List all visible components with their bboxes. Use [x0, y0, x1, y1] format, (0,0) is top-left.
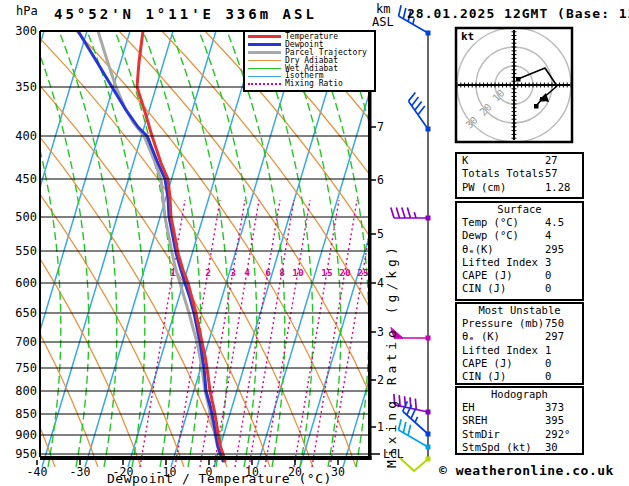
indices-box: SurfaceTemp (°C)4.5Dewp (°C)4θₑ(K)295Lif… [455, 201, 584, 301]
pressure-axis-unit: hPa [16, 4, 38, 18]
indices-row-value: 0 [545, 370, 551, 383]
indices-row-label: SREH [462, 414, 487, 426]
pressure-tick-label: 800 [15, 384, 37, 398]
copyright-text: © weatheronline.co.uk [439, 463, 614, 478]
indices-row: StmDir292° [457, 428, 582, 441]
indices-row: Temp (°C)4.5 [457, 216, 582, 229]
indices-row-value: 3 [545, 256, 551, 269]
hodograph-trace-dot [534, 104, 539, 109]
mixing-ratio-value-label: 20 [339, 267, 351, 278]
indices-row-value: 30 [545, 441, 558, 454]
wind-barb [408, 93, 430, 132]
indices-row-label: CAPE (J) [462, 269, 513, 281]
temperature-axis-label: Dewpoint / Temperature (°C) [107, 471, 332, 486]
pressure-tick-label: 500 [15, 210, 37, 224]
mixing-ratio-value-label: 2 [205, 267, 211, 278]
temp-tick-label: 30 [331, 465, 345, 479]
mixing-ratio-value-label: 1 [170, 267, 176, 278]
legend-line-sample [248, 83, 281, 85]
pressure-tick-label: 850 [15, 407, 37, 421]
indices-row: θₑ (K)297 [457, 330, 582, 343]
indices-row-label: StmSpd (kt) [462, 441, 532, 453]
isotherm-line [0, 31, 1, 467]
mixing-ratio-line [214, 200, 259, 467]
indices-row-value: 0 [545, 357, 551, 370]
indices-row-label: CAPE (J) [462, 357, 513, 369]
indices-row-label: Lifted Index [462, 344, 538, 356]
indices-row: CIN (J)0 [457, 282, 582, 295]
indices-row-label: Totals Totals [462, 167, 544, 179]
indices-row-label: StmDir [462, 428, 500, 440]
indices-row-value: 292° [545, 428, 570, 441]
legend-line-sample [248, 76, 281, 77]
dry-adiabat-line [205, 31, 485, 467]
wind-barb [394, 394, 431, 415]
indices-row: EH373 [457, 401, 582, 414]
indices-row: StmSpd (kt)30 [457, 441, 582, 454]
indices-row-label: EH [462, 401, 475, 413]
wind-barb [391, 207, 431, 220]
km-tick-label: 5 [377, 227, 384, 241]
indices-row: CIN (J)0 [457, 370, 582, 383]
indices-row: CAPE (J)0 [457, 357, 582, 370]
hodograph-plot: 102030 [456, 28, 572, 142]
mixing-ratio-value-label: 6 [265, 267, 271, 278]
pressure-tick-label: 600 [15, 276, 37, 290]
km-tick-label: 1 [377, 420, 384, 434]
axis-bottom [40, 456, 372, 460]
indices-box-header: Surface [457, 203, 582, 216]
legend-line-sample [248, 35, 281, 38]
wet-adiabat-line [395, 31, 453, 467]
legend-line-sample [248, 60, 281, 61]
pressure-tick-label: 650 [15, 306, 37, 320]
hodograph-trace-dot [516, 77, 521, 82]
indices-row: Lifted Index3 [457, 256, 582, 269]
temp-tick-label: -40 [27, 465, 48, 479]
km-tick-label: 3 [377, 325, 384, 339]
indices-row-value: 0 [545, 282, 551, 295]
indices-row-label: Lifted Index [462, 256, 538, 268]
indices-box-header: Hodograph [457, 388, 582, 401]
km-tick-label: 7 [377, 120, 384, 134]
dewpoint-curve [78, 31, 223, 461]
wet-adiabat-line [115, 31, 173, 467]
indices-row-value: 4 [545, 229, 551, 242]
indices-row-value: 373 [545, 401, 564, 414]
legend-line-sample [248, 43, 281, 46]
mixing-ratio-value-label: 25 [357, 267, 369, 278]
mixing-ratio-value-label: 10 [292, 267, 304, 278]
indices-box: HodographEH373SREH395StmDir292°StmSpd (k… [455, 386, 584, 455]
indices-row: PW (cm)1.28 [457, 181, 582, 194]
pressure-tick-label: 400 [15, 129, 37, 143]
pressure-tick-label: 350 [15, 80, 37, 94]
indices-row: K27 [457, 154, 582, 167]
run-date-title: 28.01.2025 12GMT (Base: 12) [407, 6, 629, 21]
altitude-axis-unit-asl: ASL [372, 15, 394, 29]
pressure-tick-label: 750 [15, 361, 37, 375]
indices-row: Pressure (mb)750 [457, 317, 582, 330]
wet-adiabat-line [171, 31, 229, 467]
axis-right [368, 31, 372, 460]
mixing-ratio-line [235, 200, 280, 467]
indices-row-label: Temp (°C) [462, 216, 519, 228]
temp-tick-label: -30 [70, 465, 91, 479]
pressure-tick-label: 950 [15, 447, 37, 461]
indices-row: Totals Totals57 [457, 167, 582, 180]
indices-row: SREH395 [457, 414, 582, 427]
mixing-ratio-line [140, 200, 185, 467]
indices-row-value: 1 [545, 344, 551, 357]
legend-box: TemperatureDewpointParcel TrajectoryDry … [243, 30, 376, 92]
pressure-tick-label: 450 [15, 172, 37, 186]
pressure-tick-label: 550 [15, 244, 37, 258]
indices-box: K27Totals Totals57PW (cm)1.28 [455, 152, 584, 199]
indices-row-label: CIN (J) [462, 282, 506, 294]
pressure-tick-label: 300 [15, 24, 37, 38]
legend-line-sample [248, 68, 281, 69]
indices-row-label: θₑ(K) [462, 243, 494, 255]
skewt-sounding-page: 1234681015202530035040045050055060065070… [0, 0, 629, 486]
isotherm-line [0, 31, 87, 467]
indices-box: Most UnstablePressure (mb)750θₑ (K)297Li… [455, 302, 584, 385]
isotherm-line [214, 31, 345, 467]
temperature-curve [137, 31, 225, 461]
hodograph-trace-dot [540, 97, 545, 102]
